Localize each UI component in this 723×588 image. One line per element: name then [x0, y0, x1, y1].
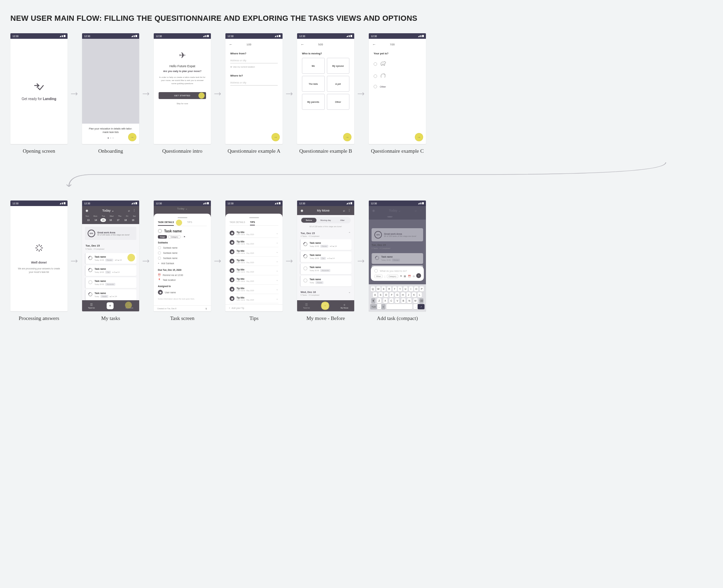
date-row[interactable]: 13141516171819 — [86, 218, 136, 222]
kb-key[interactable]: V — [395, 298, 399, 303]
calendar-icon[interactable]: ▦ — [404, 275, 406, 278]
kb-space[interactable] — [386, 304, 412, 309]
kb-key[interactable]: N — [407, 298, 411, 303]
add-tip-input[interactable]: +Add your Tip — [225, 304, 283, 311]
option-card[interactable]: Other — [327, 94, 350, 110]
nav-my-move[interactable]: ⟐My Move — [341, 303, 348, 309]
add-fab[interactable]: + — [107, 302, 114, 309]
skip-link[interactable]: Skip for now — [177, 103, 188, 105]
subtask-row[interactable]: Subtask name — [158, 250, 207, 256]
kb-key[interactable]: S — [378, 292, 383, 297]
search-icon[interactable]: ⌕ — [128, 209, 130, 212]
task-row[interactable]: Task nameToday 18:00Car★ 8 ■ 1/4 — [85, 265, 136, 276]
trash-icon[interactable]: 🗑 — [205, 308, 207, 310]
flag-icon[interactable]: ⚑ — [400, 275, 402, 278]
kb-key[interactable]: X — [383, 298, 387, 303]
more-icon[interactable]: ⋮ — [348, 209, 351, 212]
tab-details[interactable]: TASK DETAILS — [158, 221, 174, 226]
header-title[interactable]: Today ⌄ — [102, 209, 114, 212]
kb-key[interactable]: L — [418, 292, 422, 297]
kb-key[interactable]: E — [382, 286, 386, 292]
next-fab[interactable]: → — [271, 133, 280, 141]
stage-chip[interactable]: Stage — [158, 235, 167, 239]
tab-tips[interactable]: TIPS — [187, 221, 192, 226]
more-icon[interactable]: ⋮ — [133, 209, 136, 212]
address-input[interactable]: Address or city — [230, 58, 278, 63]
kb-backspace[interactable]: ⌫ — [419, 298, 423, 303]
kb-key[interactable]: I — [409, 286, 413, 292]
tip-row[interactable]: ◉Tip titleUser name · May 2020⌄ — [230, 294, 278, 303]
kb-key[interactable]: U — [403, 286, 408, 292]
account-icon[interactable]: ◉ — [86, 209, 88, 212]
radio-option[interactable] — [374, 70, 421, 82]
kb-emoji[interactable]: ☺ — [381, 304, 385, 309]
sheet-handle[interactable] — [178, 217, 187, 218]
kb-enter[interactable]: ✓ — [418, 304, 425, 309]
option-card[interactable]: A pet — [327, 76, 350, 92]
category-chip[interactable]: Category — [168, 235, 180, 239]
task-ring-icon[interactable] — [158, 229, 162, 233]
kb-shift[interactable]: ⬆ — [371, 298, 375, 303]
day-header[interactable]: Tue, Dec 15⌃4 Tasks · 4 Completed — [297, 229, 354, 238]
category-chip[interactable]: Category — [387, 275, 398, 278]
address-input[interactable]: Address or city — [230, 80, 278, 86]
tab-tips[interactable]: TIPS — [250, 221, 255, 225]
pin-icon[interactable]: ⊙ — [413, 275, 415, 278]
add-subtask-link[interactable]: +Add Subtask — [158, 261, 207, 266]
kb-key[interactable]: C — [389, 298, 393, 303]
back-icon[interactable]: ← — [301, 42, 304, 46]
radio-option[interactable] — [374, 58, 421, 70]
kb-comma[interactable]: , — [377, 304, 381, 309]
subtask-row[interactable]: Subtask name — [158, 256, 207, 261]
location-row[interactable]: 📍Task location — [158, 277, 207, 282]
kb-key[interactable]: W — [376, 286, 381, 292]
day-header[interactable]: Wed, Dec 16⌄5 Tasks · 3 Completed — [297, 288, 354, 297]
account-icon[interactable]: ◉ — [301, 209, 303, 212]
add-fab[interactable]: + — [322, 302, 329, 309]
kb-key[interactable]: J — [407, 292, 411, 297]
segment-moving-day[interactable]: Moving day — [318, 218, 333, 223]
kb-key[interactable]: R — [387, 286, 391, 292]
tip-row[interactable]: ◉Tip titleUser name · May 2020⌄ — [230, 229, 278, 238]
get-started-button[interactable]: GET STARTED — [159, 92, 206, 99]
tip-row[interactable]: ◉Tip titleUser name · May 2020⌄ — [230, 238, 278, 247]
flag-icon[interactable]: ⚑ — [184, 236, 185, 238]
kb-key[interactable]: K — [412, 292, 416, 297]
tip-row[interactable]: ◉Tip titleUser name · May 2020⌄ — [230, 285, 278, 294]
kb-key[interactable]: P — [420, 286, 424, 292]
option-card[interactable]: My spouse — [327, 58, 350, 74]
kb-key[interactable]: F — [390, 292, 394, 297]
subtask-row[interactable]: Subtask name — [158, 245, 207, 250]
option-card[interactable]: My parents — [302, 94, 325, 110]
search-icon[interactable]: ⌕ — [343, 209, 345, 212]
use-location-link[interactable]: ⊕Use my current location — [230, 65, 278, 68]
tip-row[interactable]: ◉Tip titleUser name · May 2020⌄ — [230, 257, 278, 266]
task-row[interactable]: Task nameToday 20:00Accounts — [300, 264, 351, 274]
segment-after[interactable]: After — [335, 218, 350, 223]
kb-key[interactable]: H — [401, 292, 405, 297]
submit-button[interactable]: ↑ — [416, 273, 421, 278]
task-row[interactable]: Task nameToday 15:00House★ 8 ■ 1/4 — [300, 239, 351, 250]
back-icon[interactable]: ← — [229, 42, 233, 46]
tip-row[interactable]: ◉Tip titleUser name · May 2020⌄ — [230, 266, 278, 275]
task-row[interactable]: Task nameTodayHealth■ 3 ★ 2/4 — [85, 289, 136, 300]
kb-key[interactable]: Y — [398, 286, 402, 292]
next-fab[interactable]: → — [343, 133, 351, 141]
when-chip[interactable]: When — [374, 275, 383, 278]
assignee-row[interactable]: ◉User name — [158, 289, 207, 296]
kb-key[interactable]: Z — [377, 298, 381, 303]
option-card[interactable]: The kids — [302, 76, 325, 92]
option-card[interactable]: Me — [302, 58, 325, 74]
kb-key[interactable]: Q — [371, 286, 375, 292]
tip-row[interactable]: ◉Tip titleUser name · May 2020⌄ — [230, 247, 278, 257]
kb-key[interactable]: T — [393, 286, 397, 292]
tip-row[interactable]: ◉Tip titleUser name · May 2020⌄ — [230, 275, 278, 285]
kb-key[interactable]: D — [384, 292, 388, 297]
kb-symbols[interactable]: ?123 — [370, 304, 377, 309]
kb-key[interactable]: O — [414, 286, 418, 292]
segment-before[interactable]: Before — [301, 218, 316, 223]
tab-details[interactable]: TASK DETAILS — [230, 221, 245, 225]
kb-key[interactable]: M — [413, 298, 418, 303]
kb-key[interactable]: A — [373, 292, 377, 297]
nav-task-list[interactable]: ☰Task list — [88, 303, 95, 309]
